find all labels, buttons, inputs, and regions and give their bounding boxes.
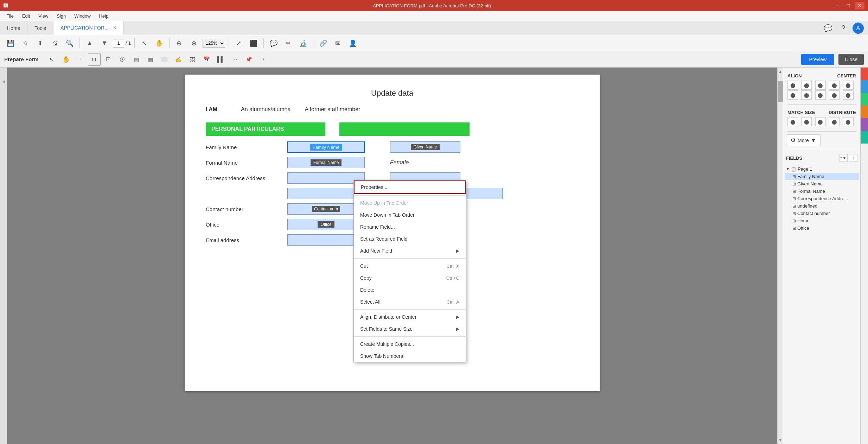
minimize-button[interactable]: ─ (832, 2, 842, 9)
ctx-same-size[interactable]: Set Fields to Same Size ▶ (354, 323, 466, 335)
form-help-icon[interactable]: ? (257, 53, 269, 66)
color-red[interactable] (861, 68, 868, 80)
dropdown-icon[interactable]: ▦ (144, 53, 157, 66)
signature-icon[interactable]: ✍ (172, 53, 185, 66)
text-box-icon[interactable]: ⊡ (88, 53, 101, 66)
scroll-thumb[interactable] (778, 81, 783, 102)
align-extra-2[interactable]: ⬤ (843, 90, 854, 100)
match-both-btn[interactable]: ⬤ (815, 117, 826, 126)
color-teal[interactable] (861, 131, 868, 144)
chat-icon[interactable]: 💬 (822, 22, 834, 34)
distribute-v-btn[interactable]: ⬤ (843, 117, 854, 126)
next-page-icon[interactable]: ▼ (98, 37, 111, 50)
ctx-rename[interactable]: Rename Field... (354, 221, 466, 233)
tree-item-given-name[interactable]: ⊞ Given Name (785, 180, 859, 188)
more-form-tools-icon[interactable]: ⋯ (229, 53, 241, 66)
pin-icon[interactable]: 📌 (243, 53, 255, 66)
ctx-move-down[interactable]: Move Down in Tab Order (354, 209, 466, 221)
pen-icon[interactable]: ✏ (282, 37, 295, 50)
office-field[interactable]: Office (287, 219, 365, 230)
tab-document[interactable]: APPLICATION FOR... ✕ (53, 21, 124, 35)
text-field-icon[interactable]: T (74, 53, 87, 66)
print-icon[interactable]: 🖨 (49, 37, 61, 50)
tree-item-family-name[interactable]: ⊞ Family Name (785, 173, 859, 180)
given-name-field[interactable]: Given Name (390, 141, 460, 153)
eyedropper-icon[interactable]: 🔬 (297, 37, 309, 50)
zoom-out-icon[interactable]: ⊖ (173, 37, 186, 50)
ctx-move-up[interactable]: Move Up in Tab Order (354, 197, 466, 209)
cursor-icon[interactable]: ↖ (138, 37, 151, 50)
color-purple[interactable] (861, 118, 868, 131)
link-icon[interactable]: 🔗 (317, 37, 330, 50)
distribute-h-btn[interactable]: ⬤ (829, 117, 840, 126)
ctx-tab-numbers[interactable]: Show Tab Numbers (354, 350, 466, 362)
center-h-btn[interactable]: ⬤ (829, 81, 840, 90)
maximize-button[interactable]: □ (843, 2, 853, 9)
close-window-button[interactable]: ✕ (855, 2, 864, 9)
barcode-icon[interactable]: ▌▌ (215, 53, 227, 66)
menu-sign[interactable]: Sign (53, 13, 69, 19)
help-icon[interactable]: ? (837, 22, 850, 34)
upload-icon[interactable]: ⬆ (34, 37, 46, 50)
tree-item-undefined[interactable]: ⊞ undefined (785, 202, 859, 210)
zoom-in-icon[interactable]: ⊕ (188, 37, 200, 50)
bookmark-icon[interactable]: ☆ (19, 37, 32, 50)
menu-edit[interactable]: Edit (19, 13, 33, 19)
menu-view[interactable]: View (35, 13, 52, 19)
list-box-icon[interactable]: ▤ (130, 53, 143, 66)
tree-item-correspondence[interactable]: ⊞ Correspondence Addre... (785, 195, 859, 202)
search-icon[interactable]: 🔍 (63, 37, 76, 50)
tab-home[interactable]: Home (0, 21, 27, 35)
ctx-cut[interactable]: Cut Ctrl+X (354, 260, 466, 272)
account-icon[interactable]: A (853, 23, 864, 34)
comment-icon[interactable]: 💬 (267, 37, 280, 50)
fields-order-btn[interactable]: ↕ (849, 154, 857, 162)
ctx-copy[interactable]: Copy Ctrl+C (354, 272, 466, 284)
tree-item-contact[interactable]: ⊞ Contact number (785, 210, 859, 217)
align-right-btn[interactable]: ⬤ (815, 81, 826, 90)
hand-icon[interactable]: ✋ (153, 37, 166, 50)
button-icon[interactable]: ⬜ (158, 53, 171, 66)
select-tool-icon[interactable]: ↖ (46, 53, 58, 66)
color-green[interactable] (861, 93, 868, 106)
ctx-multiple-copies[interactable]: Create Multiple Copies... (354, 338, 466, 350)
color-orange[interactable] (861, 106, 868, 118)
page-number-input[interactable]: 1 (113, 39, 124, 47)
save-icon[interactable]: 💾 (4, 37, 17, 50)
tree-item-home[interactable]: ⊞ Home (785, 217, 859, 224)
hand-tool-icon[interactable]: ✋ (60, 53, 72, 66)
tree-item-formal-name[interactable]: ⊞ Formal Name (785, 188, 859, 195)
radio-icon[interactable]: ⦿ (116, 53, 129, 66)
ctx-select-all[interactable]: Select All Ctrl+A (354, 296, 466, 308)
menu-file[interactable]: File (3, 13, 17, 19)
align-extra-1[interactable]: ⬤ (829, 90, 840, 100)
match-height-btn[interactable]: ⬤ (801, 117, 812, 126)
align-top-btn[interactable]: ⬤ (787, 90, 798, 100)
correspondence-field[interactable] (287, 172, 365, 184)
ctx-required[interactable]: Set as Required Field (354, 233, 466, 245)
family-name-field[interactable]: Family Name (287, 141, 365, 153)
checkbox-icon[interactable]: ☑ (102, 53, 115, 66)
menu-help[interactable]: Help (96, 13, 112, 19)
date-icon[interactable]: 📅 (200, 53, 213, 66)
vertical-scrollbar[interactable]: ▲ ▼ (777, 68, 783, 444)
tree-item-office[interactable]: ⊞ Office (785, 224, 859, 232)
scan-icon[interactable]: ⬛ (247, 37, 260, 50)
more-button[interactable]: ⚙ More ▼ (786, 134, 821, 146)
prev-page-icon[interactable]: ▲ (83, 37, 96, 50)
color-blue[interactable] (861, 80, 868, 93)
fields-sort-btn[interactable]: ≡▼ (839, 154, 848, 162)
preview-button[interactable]: Preview (801, 54, 834, 65)
ctx-align[interactable]: Align, Distribute or Center ▶ (354, 311, 466, 323)
align-middle-btn[interactable]: ⬤ (801, 90, 812, 100)
zoom-dropdown[interactable]: 125% 100% 75% 150% (203, 39, 225, 48)
ctx-properties[interactable]: Properties... (354, 180, 466, 194)
contact-field[interactable]: Contact num (287, 203, 365, 215)
align-center-btn[interactable]: ⬤ (801, 81, 812, 90)
match-width-btn[interactable]: ⬤ (787, 117, 798, 126)
formal-name-field[interactable]: Formal Name (287, 157, 365, 168)
ctx-delete[interactable]: Delete (354, 284, 466, 296)
email-icon[interactable]: ✉ (332, 37, 344, 50)
tab-close-icon[interactable]: ✕ (113, 25, 116, 30)
share-icon[interactable]: 👤 (346, 37, 359, 50)
